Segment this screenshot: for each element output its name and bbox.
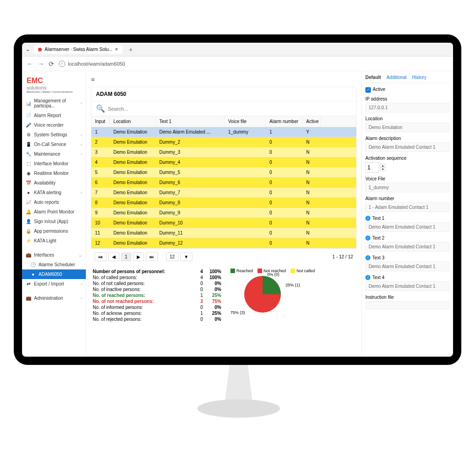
nav-icon: ● [30, 272, 36, 277]
sidebar-item[interactable]: ⬚Interface Monitor [22, 159, 86, 168]
screen: ⌄ Alarmserver · Swiss Alarm Solu... × + … [22, 43, 453, 357]
window-chevron-icon[interactable]: ⌄ [26, 46, 30, 52]
nav-label: Voice recorder [34, 123, 63, 128]
sidebar-item[interactable]: ◉Realtime Monitor [22, 168, 86, 178]
sidebar-item[interactable]: 🎤Voice recorder [22, 120, 86, 130]
instruction-field[interactable] [365, 301, 449, 309]
text3-field[interactable]: Demo Alarm Emulated Contact 1 [365, 262, 449, 271]
table-row[interactable]: 5Demo EmulationDummy_50N [91, 168, 356, 178]
col-voice[interactable]: Voice file [224, 116, 266, 127]
table-row[interactable]: 9Demo EmulationDummy_90N [91, 208, 356, 218]
table-row[interactable]: 11Demo EmulationDummy_110N [91, 228, 356, 238]
col-alarm[interactable]: Alarm number [266, 116, 302, 127]
hamburger-icon[interactable]: ≡ [91, 76, 357, 87]
stat-row: Number of persons of personnel:4100% [93, 269, 221, 274]
site-info-icon[interactable]: i [59, 61, 65, 67]
sidebar-item[interactable]: ⇄Export / Import› [22, 279, 86, 289]
active-checkbox[interactable]: ✓ [365, 87, 371, 93]
table-row[interactable]: 3Demo EmulationDummy_30N [91, 147, 356, 157]
alarmnum-field[interactable]: 1 - Adam Emulated Contact 1 [365, 202, 449, 212]
alarmnum-label: Alarm number [365, 196, 449, 201]
nav-icon: 📄 [26, 113, 31, 118]
nav-label: Interface Monitor [34, 161, 68, 166]
sidebar-item[interactable]: 🔧Maintenance› [22, 149, 86, 159]
sidebar-item[interactable]: ⚡KATA Light [22, 236, 86, 246]
page-current[interactable]: 1 [121, 252, 131, 261]
seq-label: Activation sequence [365, 156, 449, 161]
logo-sub: solutions [27, 85, 81, 90]
tab-default[interactable]: Default [365, 75, 381, 80]
page-size-dropdown-icon[interactable]: ▼ [180, 252, 192, 261]
table-row[interactable]: 1Demo EmulationDemo Alarm Emulated ...1_… [91, 127, 356, 137]
sidebar-item[interactable]: 📱On-Call Service› [22, 140, 86, 149]
page-prev-icon[interactable]: ◀ [108, 252, 119, 261]
text1-label: Text 1 [372, 216, 385, 221]
nav-label: Interfaces [34, 252, 54, 258]
desc-label: Alarm description [365, 136, 449, 141]
page-first-icon[interactable]: ⏮ [95, 252, 106, 261]
sidebar-item[interactable]: 🕐Alarme Scheduler [22, 260, 86, 269]
nav-label: Maintenance [34, 151, 60, 157]
url-input[interactable] [68, 61, 160, 67]
seq-up-icon[interactable]: ▲ [380, 164, 386, 168]
sidebar-item[interactable]: 💼Administration› [22, 293, 86, 303]
seq-input[interactable] [365, 162, 379, 173]
browser-tab[interactable]: Alarmserver · Swiss Alarm Solu... × [34, 45, 123, 54]
table-row[interactable]: 7Demo EmulationDummy_70N [91, 188, 356, 198]
back-icon[interactable]: ← [27, 60, 33, 67]
table-row[interactable]: 12Demo EmulationDummy_120N [91, 238, 356, 248]
ip-field[interactable]: 127.0.0.1 [365, 103, 449, 112]
page-last-icon[interactable]: ⏭ [146, 252, 158, 261]
nav-label: Administration [34, 296, 63, 301]
reload-icon[interactable]: ⟳ [49, 60, 54, 67]
sidebar: EMC solutions Electronics | Media | Comm… [22, 71, 86, 357]
desc-field[interactable]: Demo Alarm Emulated Contact 1 [365, 142, 449, 152]
address-bar[interactable]: i [59, 61, 160, 67]
table-row[interactable]: 6Demo EmulationDummy_60N [91, 178, 356, 188]
sidebar-item[interactable]: 👤Sign in/out (App) [22, 217, 86, 226]
sidebar-item[interactable]: 📈Auto reports [22, 197, 86, 207]
text2-field[interactable]: Demo Alarm Emulated Contact 1 [365, 242, 449, 252]
table-row[interactable]: 4Demo EmulationDummy_40N [91, 157, 356, 168]
logo-micro: Electronics | Media | Communications [27, 90, 81, 93]
sidebar-item[interactable]: 🔒App permissions [22, 226, 86, 236]
forward-icon[interactable]: → [38, 60, 44, 67]
browser-toolbar: ← → ⟳ i [22, 56, 453, 71]
col-active[interactable]: Active [302, 116, 321, 127]
seq-stepper[interactable]: ▲▼ [365, 162, 449, 173]
search-input[interactable] [108, 106, 352, 112]
sidebar-item[interactable]: 💼Interfaces⌄ [22, 250, 86, 260]
page-next-icon[interactable]: ▶ [133, 252, 144, 261]
table-row[interactable]: 2Demo EmulationDummy_20N [91, 137, 356, 147]
text4-field[interactable]: Demo Alarm Emulated Contact 1 [365, 281, 449, 291]
sidebar-item[interactable]: 📊Management of participa...› [22, 96, 86, 111]
table-row[interactable]: 10Demo EmulationDummy_100N [91, 218, 356, 228]
tab-additional[interactable]: Additional [386, 75, 407, 80]
col-text1[interactable]: Text 1 [156, 116, 224, 127]
nav-label: System Settings [34, 132, 67, 137]
sidebar-item[interactable]: 📄Alarm Report [22, 111, 86, 120]
stat-row: No. of not reached persons:375% [93, 298, 221, 304]
nav-label: Realtime Monitor [34, 171, 69, 176]
col-input[interactable]: Input [91, 116, 110, 127]
legend-notcalled-icon [291, 269, 295, 273]
legend-notreached-icon [258, 269, 262, 273]
sidebar-item[interactable]: ●ADAM6050 [22, 269, 86, 279]
sidebar-item[interactable]: ●KATA alerting› [22, 188, 86, 197]
seq-down-icon[interactable]: ▼ [380, 168, 386, 171]
page-size[interactable]: 12 [166, 252, 179, 261]
tab-history[interactable]: History [412, 75, 426, 80]
table-row[interactable]: 8Demo EmulationDummy_80N [91, 198, 356, 208]
col-location[interactable]: Location [110, 116, 156, 127]
sidebar-item[interactable]: 🔔Alarm Point Monitor [22, 207, 86, 217]
voicefile-field[interactable]: 1_dummy [365, 183, 449, 192]
text1-field[interactable]: Demo Alarm Emulated Contact 1 [365, 222, 449, 232]
nav-label: Alarme Scheduler [39, 262, 75, 267]
new-tab-icon[interactable]: + [126, 46, 135, 53]
nav-icon: 📊 [26, 101, 31, 106]
sidebar-item[interactable]: 📅Availability [22, 178, 86, 188]
location-field[interactable]: Demo Emulation [365, 123, 449, 132]
close-tab-icon[interactable]: × [115, 47, 118, 52]
sidebar-item[interactable]: ⚙System Settings› [22, 130, 86, 140]
monitor-frame: ⌄ Alarmserver · Swiss Alarm Solu... × + … [14, 34, 461, 365]
